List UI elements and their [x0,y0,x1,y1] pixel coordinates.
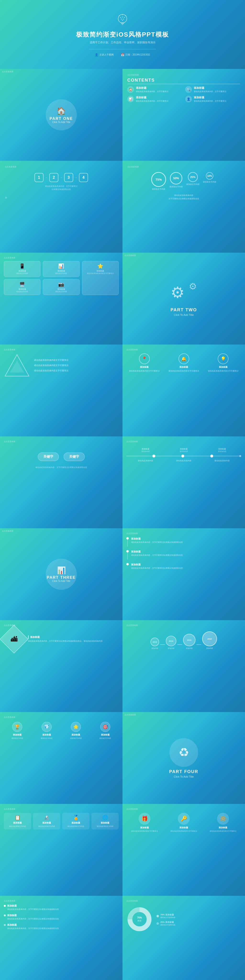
gear-big-icon: ⚙ [170,283,185,301]
year-circle-2012: 2012 [151,638,159,646]
year-2014: 2014 添加内容 [166,636,177,649]
row-7: 点击查看相册 📊 PART THREE Click To Add Title 点… [0,528,245,620]
contents-title: CONTENTS [127,78,240,84]
svg-point-10 [121,19,122,20]
slide-label-4: 点击查看相册 [127,165,240,168]
ti-1: 🎁 添加标题 请在此处添加具体内容文字尽量简洁 [126,813,163,833]
keyword-2: 关键字 [64,452,85,461]
chevron-row: » [5,195,118,200]
legend-desc-2: 请添加文字说明内容 [160,924,175,926]
vtl-dot-3 [126,563,129,565]
fcol-desc-1: 请添加文字内容 [4,737,31,740]
icon-item-4: 🖥️ 添加标题 请添加文字内容 [4,279,40,295]
col1-desc: 请在此处添加具体内容文字尽量简洁 [126,370,162,372]
fcol-desc-2: 请添加文字内容 [33,737,60,740]
three-cols: 📍 添加标题 请在此处添加具体内容文字尽量简洁 🔔 添加标题 请在此处添加具体内… [126,353,241,372]
part-three-label: PART THREE [47,576,76,580]
svg-point-7 [120,17,121,18]
vtl-desc-3: 请在此处添加具体内容，文字尽量简洁以便观众快速获取信息 [131,567,183,570]
fi-desc-4: 请在此处添加文字内容 [92,825,118,827]
icon-item-2: 📊 添加标题 请添加文字内容 [43,261,80,277]
year-circle-2014: 2014 [166,636,177,646]
fi-2: 🔬 添加标题 请在此处添加文字内容 [33,813,60,829]
pct-label-4: 请添加文字内容 [203,181,216,183]
contents-icon-2: 🔍 [185,86,192,93]
person-icon: 👤 [95,53,98,56]
icon-item-desc-4: 请添加文字内容 [6,290,38,293]
slide-label-15: 点击查看相册 [4,716,119,719]
three-icons-row: 🎁 添加标题 请在此处添加具体内容文字尽量简洁 🔑 添加标题 请在此处添加具体内… [126,813,241,833]
tl-blabel-1: 请在此处添加内容 [126,460,165,462]
slide-keywords: 点击查看相册 关键字 关键字 请在此处添加具体内容，文字尽量简洁以便观众快速获取… [0,436,123,528]
four-items-row: 📋 添加标题 请在此处添加文字内容 🔬 添加标题 请在此处添加文字内容 🏅 添加… [4,813,119,829]
icon-item-label-1: 添加标题 [6,270,38,272]
tri-point-1: 请在此处添加具体内容文字尽量简洁 [34,358,119,362]
tl-bottom: 请在此处添加内容 请在此处添加内容 请在此处添加内容 [126,460,241,462]
svg-point-12 [122,20,123,21]
legend-desc-1: 请添加文字说明内容 [160,916,175,919]
year-2016: 2016 添加内容 [183,634,196,649]
donut-legend: 75% 添加标题 请添加文字说明内容 25% 添加标题 请添加文字说明内容 [156,913,241,926]
calendar-icon: 📅 [121,53,124,56]
textlist-section: 添加标题 请在此处添加具体内容，文字尽量简洁以便观众快速获取信息 添加标题 请在… [4,904,119,930]
slide-part-one: 点击查看相册 🏠 PART ONE Click To Add Title [0,69,123,161]
tl-item-3: 添加标题 请在此处添加具体内容，文字尽量简洁以便观众快速获取信息 [4,923,119,930]
slide-label-11: 点击查看相册 [2,530,13,532]
city-icon: 🏙 [11,635,18,643]
pct-row: 75% 请添加文字内容 50% 请添加文字内容 25% 请添加文字内容 10% … [127,172,240,191]
vtl-title-2: 添加标题 [131,550,183,554]
legend-dot-2 [156,922,159,925]
legend-dot-1 [156,915,159,917]
fi-icon-4: 🌐 [92,815,118,821]
tl-content-1: 添加标题 请在此处添加具体内容，文字尽量简洁以便观众快速获取信息 [7,904,59,911]
fcol-desc-3: 请添加文字内容 [62,737,89,740]
fcol-desc-4: 请添加文字内容 [92,737,119,740]
vtl-dot-col-3 [126,563,129,565]
ti-icon-1: 🎁 [138,813,151,825]
tri-point-2: 请在此处添加具体内容文字尽量简洁 [34,363,119,367]
legend-text-2: 25% 添加标题 请添加文字说明内容 [160,921,175,926]
pct-2: 50% 请添加文字内容 [169,172,183,188]
pct-desc: 请在此处添加具体内容文字尽量简洁以便观众快速获取信息 [127,194,240,200]
vtl-row-1: 添加标题 请在此处添加具体内容，文字尽量简洁以便观众快速获取信息 [126,537,241,547]
tl-line-row [126,455,241,457]
year-line-3 [196,644,201,645]
part-three-subtitle: Click To Add Title [52,580,70,582]
slide-3icons: 点击查看相册 🎁 添加标题 请在此处添加具体内容文字尽量简洁 🔑 添加标题 请在… [123,804,245,896]
slide-part-three: 点击查看相册 📊 PART THREE Click To Add Title [0,528,123,620]
slide-label-19: 点击查看相册 [4,900,119,902]
main-title: 极致简约渐变iOS风格PPT模板 [76,30,169,39]
col-2: 🔔 添加标题 请在此处添加具体内容文字尽量简洁 [166,353,202,372]
gears-container: ⚙ ⚙ [170,281,197,305]
title-slide: 极致简约渐变iOS风格PPT模板 适用于工作计划、工作总结、毕业答辩、述职报告等… [0,0,245,69]
four-col-row: 🏆 添加标题 请添加文字内容 💎 添加标题 请添加文字内容 🌟 添加标题 请添加… [4,722,119,740]
pct-4: 10% 请添加文字内容 [203,172,216,183]
slide-icons: 点击查看相册 📱 添加标题 请添加文字内容 📊 添加标题 请添加文字内容 ⭐ 添… [0,253,123,345]
date-label: 日期：2019年12月30日 [126,53,151,56]
slide-label-20: 点击查看相册 [126,900,241,902]
row-4: 点击查看相册 📱 添加标题 请添加文字内容 📊 添加标题 请添加文字内容 ⭐ 添… [0,253,245,345]
contents-icon-3: 📊 [127,96,134,102]
divider [89,49,156,49]
icon-item-desc-1: 请添加文字内容 [6,272,38,275]
fi-3: 🏅 添加标题 请在此处添加文字内容 [62,813,89,829]
slide-label-9: 点击查看相册 [4,440,119,443]
tri-point-3: 请在此处添加具体内容文字尽量简洁 [34,369,119,372]
year-line-2 [177,644,182,645]
ti-icon-2: 🔑 [178,813,190,825]
vtl-row-2: 添加标题 请在此处添加具体内容，文字尽量简洁以便观众快速获取信息 [126,550,241,560]
col-1: 📍 添加标题 请在此处添加具体内容文字尽量简洁 [126,353,162,372]
year-text-2014: 添加内容 [168,647,174,649]
vtl-title-3: 添加标题 [131,563,183,566]
tl-dot-plus [239,455,241,457]
slide-label-10: 点击查看相册 [126,440,241,443]
triangle-section: 请在此处添加具体内容文字尽量简洁 请在此处添加具体内容文字尽量简洁 请在此处添加… [4,353,119,377]
legend-2: 25% 添加标题 请添加文字说明内容 [156,921,241,926]
slide-label-2: 点击查看相册 [127,74,240,76]
part-three-circle: 📊 PART THREE Click To Add Title [46,558,77,590]
row-9: 点击查看相册 🏆 添加标题 请添加文字内容 💎 添加标题 请添加文字内容 🌟 添… [0,712,245,804]
fi-1: 📋 添加标题 请在此处添加文字内容 [4,813,31,829]
svg-text:数据: 数据 [138,920,142,922]
tl-d-3: 请在此处添加具体内容，文字尽量简洁以便观众快速获取信息 [7,927,59,930]
contents-text-3: 添加标题 请在此处添加具体内容，文字尽量简洁 [136,96,169,102]
